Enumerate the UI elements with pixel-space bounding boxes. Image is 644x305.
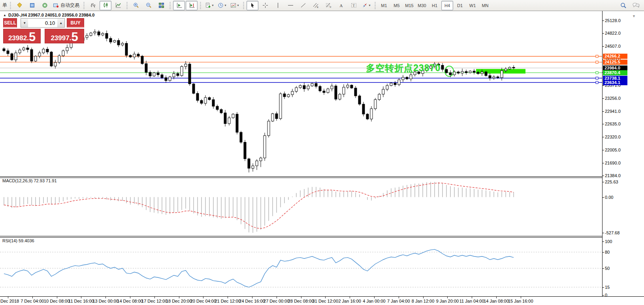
chevron-down-icon[interactable]: ▾ [224, 4, 226, 7]
line-chart-icon[interactable] [112, 1, 124, 10]
bar-chart-icon[interactable] [87, 1, 99, 10]
market-watch-icon[interactable] [26, 1, 38, 10]
cursor-icon[interactable] [247, 1, 258, 10]
text-label-icon[interactable]: T [348, 1, 360, 10]
chevron-down-icon[interactable]: ▾ [237, 4, 239, 7]
level-price-badge[interactable]: 24266.2 [603, 54, 627, 59]
level-price-badge[interactable]: 23870.4 [603, 70, 627, 75]
time-axis[interactable]: 5 Dec 20187 Dec 04:0010 Dec 08:0011 Dec … [0, 296, 644, 305]
time-tick [179, 297, 179, 298]
chart-shift-icon[interactable] [186, 1, 198, 10]
price-chart-canvas[interactable] [0, 11, 602, 176]
time-tick [130, 297, 130, 298]
chart-title: ▲ DJ30-,H4 23967.0 24051.0 23956.0 23984… [3, 13, 94, 17]
timeframe-mn-button[interactable]: MN [479, 1, 491, 10]
toolbar-grip[interactable] [374, 2, 376, 9]
timeframe-h4-button[interactable]: H4 [441, 1, 453, 10]
line-drag-handle[interactable] [596, 55, 598, 58]
time-label: 8 Jan 12:00 [412, 299, 435, 303]
tile-windows-icon[interactable] [155, 1, 167, 10]
time-label: 27 Dec 00:00 [264, 299, 289, 303]
timeframe-m5-button[interactable]: M5 [391, 1, 403, 10]
volume-input[interactable]: 0.10 [28, 19, 57, 27]
price-tick-label: 21384.0 [605, 173, 621, 178]
line-drag-handle[interactable] [596, 71, 598, 74]
time-label: 2 Jan 16:00 [338, 299, 361, 303]
line-drag-handle[interactable] [596, 77, 598, 79]
templates-icon[interactable]: ▾ [229, 1, 241, 10]
arrows-icon[interactable]: ▾ [360, 1, 372, 10]
new-order-label[interactable]: 单 [2, 2, 7, 9]
buy-price[interactable]: 23997. 5 [45, 29, 84, 43]
trendline-icon[interactable] [297, 1, 309, 10]
level-price-badge[interactable]: 23634.1 [603, 80, 627, 85]
periods-icon[interactable]: ▾ [216, 1, 228, 10]
crosshair-icon[interactable] [259, 1, 271, 10]
auto-scroll-icon[interactable] [173, 1, 185, 10]
toolbar-grip[interactable] [9, 2, 11, 9]
timeframe-m15-button[interactable]: M15 [403, 1, 415, 10]
toolbar-grip[interactable] [126, 2, 128, 9]
time-tick [496, 297, 497, 298]
time-label: 10 Dec 08:00 [44, 299, 70, 303]
time-tick [301, 297, 301, 298]
text-icon[interactable]: A [335, 1, 347, 10]
price-tick-label: 24507.0 [605, 44, 621, 49]
volume-up-icon[interactable]: ▲ [57, 19, 64, 27]
time-label: 5 Dec 2018 [0, 299, 19, 303]
vertical-line-icon[interactable] [272, 1, 284, 10]
search-icon[interactable] [618, 1, 629, 10]
price-tick-label: 22941.0 [605, 109, 621, 114]
toolbar-grip[interactable] [243, 2, 245, 9]
collapse-panel-icon[interactable]: ▲ [3, 13, 6, 17]
chat-icon[interactable] [630, 1, 642, 10]
time-tick [447, 297, 448, 298]
horizontal-line-icon[interactable] [284, 1, 296, 10]
timeframe-label: M1 [381, 3, 387, 8]
chevron-down-icon[interactable]: ▾ [369, 4, 370, 7]
indicators-icon[interactable]: ▾ [203, 1, 215, 10]
zoom-out-icon[interactable] [143, 1, 154, 10]
timeframe-label: MN [482, 3, 488, 8]
toolbar-grip[interactable] [169, 2, 171, 9]
price-tick-label: 21690.0 [605, 161, 621, 165]
macd-label: MACD(12,26,9) 72.93 71.91 [2, 178, 57, 183]
time-label: 13 Dec 00:00 [92, 299, 118, 303]
svg-text:T: T [352, 4, 355, 7]
buy-button[interactable]: BUY [67, 18, 84, 28]
sell-price[interactable]: 23982. 5 [3, 29, 41, 43]
timeframe-h1-button[interactable]: H1 [429, 1, 441, 10]
level-price-badge[interactable]: 24125.5 [603, 60, 627, 65]
price-axis[interactable]: 25128.024822.024507.024192.023886.023571… [602, 11, 644, 296]
line-drag-handle[interactable] [596, 81, 598, 84]
zoom-in-icon[interactable] [130, 1, 142, 10]
rsi-canvas [0, 238, 602, 296]
chart-window: ▲ DJ30-,H4 23967.0 24051.0 23956.0 23984… [0, 11, 644, 305]
sell-button[interactable]: SELL [3, 18, 17, 28]
fibonacci-icon[interactable]: F [322, 1, 334, 10]
time-tick [374, 297, 375, 298]
timeframe-label: H4 [444, 3, 450, 8]
channel-icon[interactable]: E [310, 1, 322, 10]
timeframe-d1-button[interactable]: D1 [454, 1, 466, 10]
new-order-icon[interactable] [13, 1, 25, 10]
timeframe-label: W1 [469, 3, 476, 8]
chevron-down-icon[interactable]: ▾ [212, 4, 213, 7]
toolbar-grip[interactable] [83, 2, 85, 9]
autotrading-button[interactable]: 自动交易 [51, 1, 81, 10]
turning-point-annotation[interactable]: 多空转折点23870 [366, 62, 441, 74]
navigator-icon[interactable] [39, 1, 51, 10]
toolbar-grip[interactable] [200, 2, 201, 9]
candlestick-chart-icon[interactable] [100, 1, 111, 10]
volume-down-icon[interactable]: ▼ [21, 19, 28, 27]
rsi-tick-label: 15 [605, 285, 610, 290]
time-label: 24 Dec 16:00 [239, 299, 265, 303]
time-tick [423, 297, 424, 298]
time-label: 31 Dec 12:00 [313, 299, 338, 303]
time-label: 11 Jan 04:00 [459, 299, 484, 303]
timeframe-m1-button[interactable]: M1 [378, 1, 390, 10]
timeframe-m30-button[interactable]: M30 [416, 1, 428, 10]
line-drag-handle[interactable] [596, 61, 598, 63]
timeframe-w1-button[interactable]: W1 [467, 1, 478, 10]
price-tick-label: 23256.0 [605, 96, 621, 101]
